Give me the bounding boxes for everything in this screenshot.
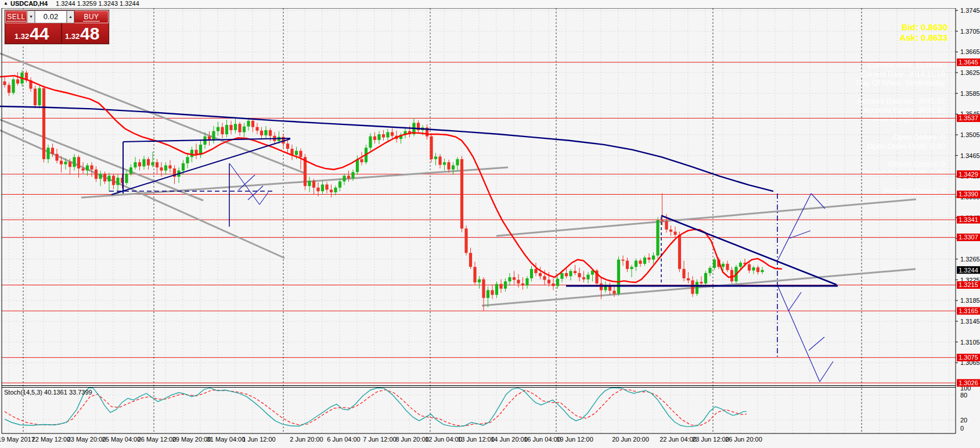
candle-body	[73, 157, 75, 167]
date-label[interactable]: 25 May 04:00	[102, 436, 141, 443]
candle-body	[369, 137, 372, 148]
candle-body	[469, 253, 472, 267]
collapse-triangle-icon[interactable]: ▲	[3, 1, 8, 6]
date-label[interactable]: 16 Jun 04:00	[524, 436, 561, 443]
buy-price-display[interactable]: 1.32 48	[62, 23, 109, 44]
candle-body	[704, 273, 707, 284]
candle-body	[225, 125, 228, 134]
date-label[interactable]: 23 May 20:00	[67, 436, 106, 443]
candle-body	[726, 264, 729, 270]
volume-input[interactable]: 0.02	[35, 10, 67, 23]
svg-text:1.3665: 1.3665	[960, 48, 980, 55]
candle-body	[325, 185, 328, 190]
candle-body	[582, 277, 585, 279]
candle-body	[513, 277, 516, 279]
candle-body	[543, 276, 546, 279]
svg-text:1.3215: 1.3215	[959, 281, 978, 288]
date-label[interactable]: 19 Jun 12:00	[556, 436, 593, 443]
sell-button[interactable]: SELL	[5, 10, 27, 23]
candle-body	[42, 88, 45, 159]
candle-body	[112, 175, 115, 185]
candle-body	[312, 181, 315, 188]
watermark-line: Free Margin: 3831.92	[873, 114, 945, 123]
date-label[interactable]: 29 May 20:00	[172, 436, 211, 443]
candle-body	[156, 162, 158, 167]
candle-body	[487, 290, 489, 298]
candle-body	[452, 166, 455, 170]
svg-text:1.3645: 1.3645	[959, 59, 978, 66]
candle-body	[138, 162, 141, 166]
candle-body	[260, 131, 263, 135]
ask-text: Ask: 0.8633	[899, 33, 947, 42]
candle-body	[556, 279, 559, 286]
candle-body	[38, 88, 41, 105]
date-label[interactable]: 7 Jun 12:00	[363, 436, 397, 443]
svg-text:1.3105: 1.3105	[960, 339, 980, 346]
date-label[interactable]: 19 May 2017	[0, 436, 35, 443]
sell-price-display[interactable]: 1.32 44	[5, 23, 62, 44]
chart-ohlc-values: 1.3244 1.3259 1.3243 1.3244	[56, 0, 139, 7]
date-label[interactable]: 22 Jun 04:00	[660, 436, 697, 443]
candle-body	[338, 181, 341, 188]
candle-body	[308, 181, 311, 186]
candle-body	[255, 127, 258, 131]
stoch-scale-label: 0	[960, 425, 964, 432]
date-label[interactable]: 23 Jun 12:00	[692, 436, 729, 443]
svg-text:1.3165: 1.3165	[959, 307, 978, 314]
candle-body	[299, 151, 302, 157]
candle-body	[756, 267, 759, 272]
buy-button[interactable]: BUY	[74, 10, 109, 23]
svg-text:1.3705: 1.3705	[960, 28, 980, 35]
candle-body	[386, 132, 389, 138]
candle-body	[343, 175, 345, 181]
candle-body	[647, 257, 650, 260]
date-label[interactable]: 31 May 04:00	[207, 436, 246, 443]
candle-body	[617, 260, 620, 294]
candle-body	[499, 284, 502, 289]
date-label[interactable]: 20 Jun 20:00	[612, 436, 649, 443]
date-label[interactable]: 1 Jun 12:00	[242, 436, 276, 443]
svg-text:1.3341: 1.3341	[959, 216, 978, 223]
candle-body	[539, 273, 542, 276]
candle-body	[696, 282, 698, 294]
candle-body	[360, 159, 363, 162]
watermark-line: Day Of Week: Wednesday	[856, 78, 945, 87]
candle-body	[107, 175, 110, 181]
svg-text:1.3585: 1.3585	[960, 90, 980, 97]
date-label[interactable]: 6 Jun 04:00	[327, 436, 361, 443]
stoch-label: Stoch(14,5,3) 40.1361 33.7399	[4, 389, 92, 396]
candle-body	[447, 162, 450, 169]
volume-decrease-button[interactable]: ▼	[27, 10, 35, 23]
candle-body	[635, 261, 637, 267]
candle-body	[530, 269, 533, 278]
candle-body	[69, 162, 71, 167]
watermark-line: Open Order Profit: 0.00	[867, 142, 945, 150]
volume-increase-button[interactable]: ▲	[67, 10, 74, 23]
date-label[interactable]: 2 Jun 20:00	[290, 436, 323, 443]
candle-body	[382, 134, 385, 137]
date-label[interactable]: 13 Jun 12:00	[457, 436, 495, 443]
candle-body	[669, 230, 672, 232]
date-label[interactable]: 26 Jun 20:00	[725, 436, 762, 443]
candle-body	[552, 284, 554, 286]
candle-body	[752, 267, 755, 270]
candle-body	[377, 134, 380, 140]
candle-body	[560, 273, 563, 279]
candle-body	[478, 279, 481, 282]
date-label[interactable]: 12 Jun 04:00	[425, 436, 462, 443]
candle-body	[134, 162, 136, 167]
svg-text:Stoch(14,5,3) 40.1361 33.7399: Stoch(14,5,3) 40.1361 33.7399	[4, 389, 92, 396]
candle-body	[464, 228, 467, 253]
date-label[interactable]: 22 May 12:00	[32, 436, 71, 443]
candle-body	[8, 85, 10, 92]
date-label[interactable]: 14 Jun 20:00	[491, 436, 528, 443]
candle-body	[443, 162, 446, 164]
candle-body	[86, 166, 89, 171]
candle-body	[673, 232, 676, 235]
candle-body	[90, 166, 93, 170]
candle-body	[691, 280, 694, 293]
date-label[interactable]: 8 Jun 20:00	[395, 436, 429, 443]
watermark-line: Current Time: 15:00:00	[868, 60, 945, 69]
date-label[interactable]: 26 May 12:00	[138, 436, 176, 443]
candle-body	[243, 127, 246, 132]
